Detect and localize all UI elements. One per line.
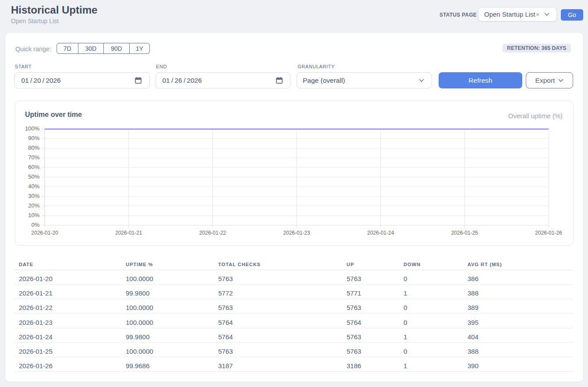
svg-text:20%: 20% (28, 202, 39, 209)
svg-text:40%: 40% (28, 183, 39, 190)
svg-text:2026-01-26: 2026-01-26 (535, 230, 562, 236)
svg-text:2026-01-23: 2026-01-23 (283, 230, 310, 236)
svg-text:2026-01-25: 2026-01-25 (451, 230, 478, 236)
svg-text:50%: 50% (28, 173, 39, 180)
svg-text:80%: 80% (28, 144, 39, 151)
svg-text:2026-01-21: 2026-01-21 (115, 230, 142, 236)
svg-text:100%: 100% (25, 125, 40, 132)
svg-text:90%: 90% (28, 135, 39, 141)
svg-text:2026-01-24: 2026-01-24 (367, 230, 394, 236)
svg-text:0%: 0% (32, 222, 40, 228)
svg-text:30%: 30% (28, 193, 39, 199)
svg-text:2026-01-20: 2026-01-20 (31, 230, 58, 236)
svg-text:10%: 10% (28, 212, 39, 218)
svg-text:70%: 70% (28, 154, 39, 161)
svg-text:2026-01-22: 2026-01-22 (199, 230, 227, 236)
svg-text:60%: 60% (28, 164, 39, 170)
